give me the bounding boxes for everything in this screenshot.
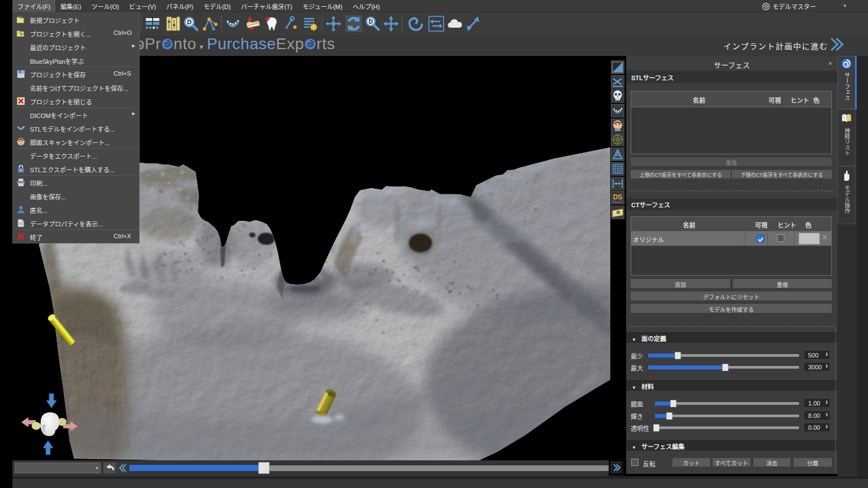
svg-text:D: D — [187, 19, 192, 25]
svg-text:DS: DS — [613, 193, 623, 201]
svg-text:A: A — [615, 151, 620, 159]
svg-text:D: D — [368, 19, 372, 25]
